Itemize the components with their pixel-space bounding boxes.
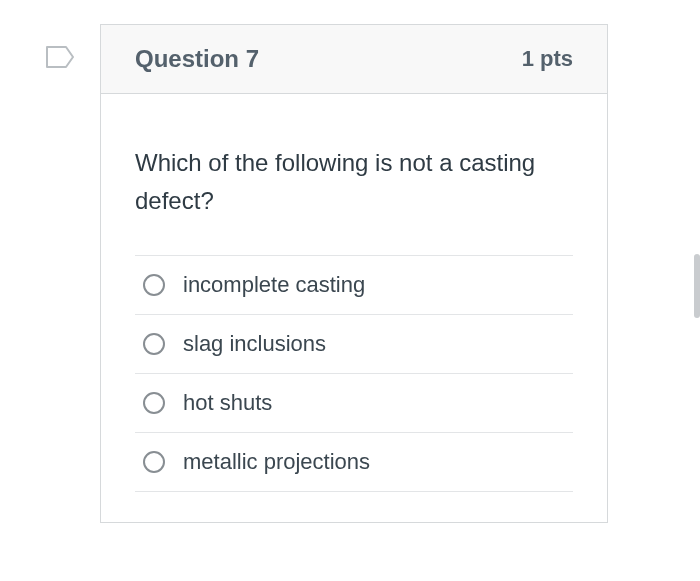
options-list: incomplete casting slag inclusions hot s…: [135, 255, 573, 492]
option-row[interactable]: slag inclusions: [135, 314, 573, 373]
question-title: Question 7: [135, 45, 259, 73]
option-label: metallic projections: [183, 449, 370, 475]
option-label: hot shuts: [183, 390, 272, 416]
scrollbar-thumb[interactable]: [694, 254, 700, 318]
radio-icon[interactable]: [143, 451, 165, 473]
bookmark-icon[interactable]: [46, 46, 74, 68]
option-row[interactable]: incomplete casting: [135, 255, 573, 314]
question-header: Question 7 1 pts: [101, 25, 607, 94]
radio-icon[interactable]: [143, 274, 165, 296]
option-row[interactable]: metallic projections: [135, 432, 573, 492]
radio-icon[interactable]: [143, 333, 165, 355]
question-prompt: Which of the following is not a casting …: [135, 144, 573, 221]
radio-icon[interactable]: [143, 392, 165, 414]
option-row[interactable]: hot shuts: [135, 373, 573, 432]
option-label: incomplete casting: [183, 272, 365, 298]
question-points: 1 pts: [522, 46, 573, 72]
question-card: Question 7 1 pts Which of the following …: [100, 24, 608, 523]
question-body: Which of the following is not a casting …: [101, 94, 607, 522]
option-label: slag inclusions: [183, 331, 326, 357]
